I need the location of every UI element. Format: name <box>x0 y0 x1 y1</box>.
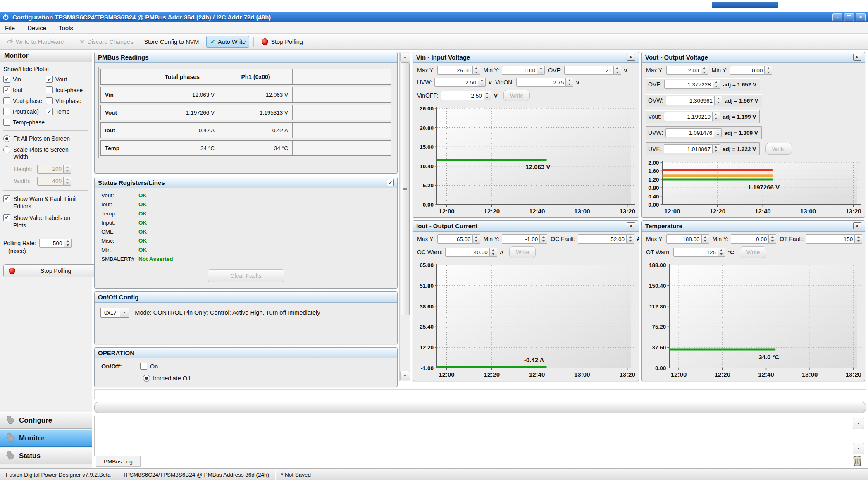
limit-field-stepper-spin-buttons[interactable] <box>614 66 621 75</box>
limit-field-stepper-spin-buttons[interactable] <box>490 248 497 257</box>
plot-close-icon[interactable]: × <box>853 54 861 61</box>
limit-field-stepper-input[interactable] <box>437 66 473 75</box>
sidebar-nav-monitor[interactable]: Monitor <box>0 430 92 447</box>
log-scroll-up-icon[interactable] <box>853 418 864 429</box>
limit-field-stepper-spin-buttons[interactable] <box>566 78 573 87</box>
limit-field-stepper-spin-down-icon[interactable] <box>701 70 708 74</box>
limit-field-stepper-spin-up-icon[interactable] <box>627 235 634 239</box>
polling-rate-spin-buttons[interactable] <box>64 239 72 248</box>
limit-field-stepper-input[interactable] <box>666 96 715 105</box>
limit-field-stepper-input[interactable] <box>516 78 566 87</box>
limit-field-stepper-spin-down-icon[interactable] <box>566 82 573 86</box>
limit-field-stepper-spin-buttons[interactable] <box>473 234 480 244</box>
log-scroll-down-icon[interactable] <box>853 443 864 454</box>
discard-changes-button[interactable]: ✕ Discard Changes <box>76 36 137 47</box>
limit-field-stepper-input[interactable] <box>434 78 478 87</box>
limit-field-stepper-input[interactable] <box>578 234 627 244</box>
limit-field-stepper-spin-up-icon[interactable] <box>478 78 485 82</box>
scale-radio-1[interactable] <box>3 146 10 153</box>
limit-field-stepper-spin-up-icon[interactable] <box>715 96 722 100</box>
limit-field-stepper-spin-buttons[interactable] <box>855 234 862 244</box>
limit-field-stepper[interactable] <box>564 66 621 75</box>
limit-field-stepper-spin-up-icon[interactable] <box>566 78 573 82</box>
limit-field-stepper[interactable] <box>666 96 722 105</box>
limit-field-stepper-spin-buttons[interactable] <box>702 234 709 244</box>
limit-field-stepper-spin-down-icon[interactable] <box>537 70 544 74</box>
limit-field-stepper[interactable] <box>434 78 486 87</box>
stop-polling-toolbar-button[interactable]: Stop Polling <box>258 37 306 47</box>
limit-field-stepper[interactable] <box>516 78 573 87</box>
limit-field-stepper-spin-buttons[interactable] <box>713 144 720 153</box>
store-config-button[interactable]: Store Config to NVM <box>141 37 202 47</box>
write-to-hardware-button[interactable]: Write to Hardware <box>3 37 67 47</box>
limit-field-stepper[interactable] <box>437 234 480 244</box>
auto-write-button[interactable]: ✓ Auto Write <box>206 36 249 48</box>
limit-field-stepper-spin-down-icon[interactable] <box>490 252 497 256</box>
plots-vertical-scrollbar[interactable] <box>399 52 410 381</box>
limit-field-stepper-spin-up-icon[interactable] <box>718 248 725 252</box>
plot-checkbox-pout(calc)[interactable] <box>3 108 10 115</box>
limit-field-stepper-spin-down-icon[interactable] <box>713 149 720 153</box>
limit-field-stepper-spin-up-icon[interactable] <box>490 248 497 252</box>
limit-field-stepper-spin-buttons[interactable] <box>537 66 545 75</box>
limit-field-stepper[interactable] <box>445 248 497 257</box>
clear-faults-button[interactable]: Clear Faults <box>208 269 284 282</box>
limit-field-stepper-input[interactable] <box>445 248 490 257</box>
limit-field-stepper-spin-up-icon[interactable] <box>537 66 544 70</box>
limit-field-stepper-spin-down-icon[interactable] <box>713 84 720 88</box>
horizontal-splitter[interactable] <box>94 402 866 413</box>
limit-field-stepper-spin-buttons[interactable] <box>715 96 722 105</box>
limit-field-stepper-spin-buttons[interactable] <box>765 66 772 75</box>
limit-field-stepper-input[interactable] <box>564 66 614 75</box>
limit-field-stepper[interactable] <box>441 91 491 100</box>
scale-radio-0[interactable] <box>3 135 10 142</box>
limit-field-stepper-spin-up-icon[interactable] <box>484 91 491 96</box>
limit-field-stepper-spin-buttons[interactable] <box>473 66 480 75</box>
width-spin-buttons[interactable] <box>64 177 71 186</box>
limit-field-stepper[interactable] <box>437 66 480 75</box>
limit-field-stepper[interactable] <box>664 144 720 153</box>
limit-field-stepper-spin-up-icon[interactable] <box>765 66 772 70</box>
status-registers-checkbox[interactable]: ✓ <box>387 179 394 186</box>
limit-field-stepper-input[interactable] <box>502 234 540 244</box>
minimize-button[interactable]: – <box>832 13 842 21</box>
scrollbar-thumb[interactable] <box>401 62 410 315</box>
limit-field-stepper-spin-down-icon[interactable] <box>765 70 772 74</box>
option-checkbox-1[interactable]: ✓ <box>3 214 10 221</box>
close-button[interactable]: × <box>856 13 866 21</box>
limit-field-stepper-input[interactable] <box>664 80 713 89</box>
dropdown-arrow-icon[interactable] <box>120 308 129 318</box>
plot-checkbox-iout[interactable]: ✓ <box>3 86 10 93</box>
limit-field-stepper-input[interactable] <box>731 234 769 244</box>
limit-field-stepper-spin-down-icon[interactable] <box>540 239 547 243</box>
limit-field-stepper[interactable] <box>502 66 545 75</box>
limit-field-stepper-spin-down-icon[interactable] <box>713 117 720 121</box>
limit-field-stepper[interactable] <box>806 234 862 244</box>
plot-checkbox-vout[interactable]: ✓ <box>46 76 53 83</box>
limit-field-stepper[interactable] <box>665 128 722 137</box>
splitter-grip-icon[interactable] <box>36 411 56 411</box>
limit-field-stepper-spin-down-icon[interactable] <box>769 239 776 243</box>
width-input[interactable] <box>37 177 64 186</box>
limit-field-stepper-spin-up-icon[interactable] <box>614 66 621 70</box>
limit-field-stepper-input[interactable] <box>730 66 765 75</box>
scroll-up-icon[interactable] <box>400 53 410 62</box>
plot-checkbox-vout-phase[interactable] <box>3 97 10 104</box>
limit-field-stepper-spin-down-icon[interactable] <box>627 239 634 243</box>
limit-field-stepper[interactable] <box>731 234 776 244</box>
scroll-down-icon[interactable] <box>400 371 410 380</box>
limit-field-stepper-input[interactable] <box>673 248 718 257</box>
plot-checkbox-temp[interactable]: ✓ <box>46 108 53 115</box>
limit-field-stepper-spin-down-icon[interactable] <box>715 100 722 105</box>
limit-field-stepper[interactable] <box>664 80 720 89</box>
height-spin-buttons[interactable] <box>64 165 71 174</box>
width-stepper[interactable] <box>37 177 71 186</box>
maximize-button[interactable] <box>844 13 854 21</box>
limit-field-stepper-spin-down-icon[interactable] <box>855 239 862 243</box>
write-button[interactable]: Write <box>503 90 530 101</box>
height-stepper[interactable] <box>37 165 71 174</box>
trash-icon[interactable] <box>852 456 862 468</box>
limit-field-stepper[interactable] <box>502 234 547 244</box>
menu-file[interactable]: File <box>5 24 15 31</box>
limit-field-stepper-spin-buttons[interactable] <box>713 80 720 89</box>
